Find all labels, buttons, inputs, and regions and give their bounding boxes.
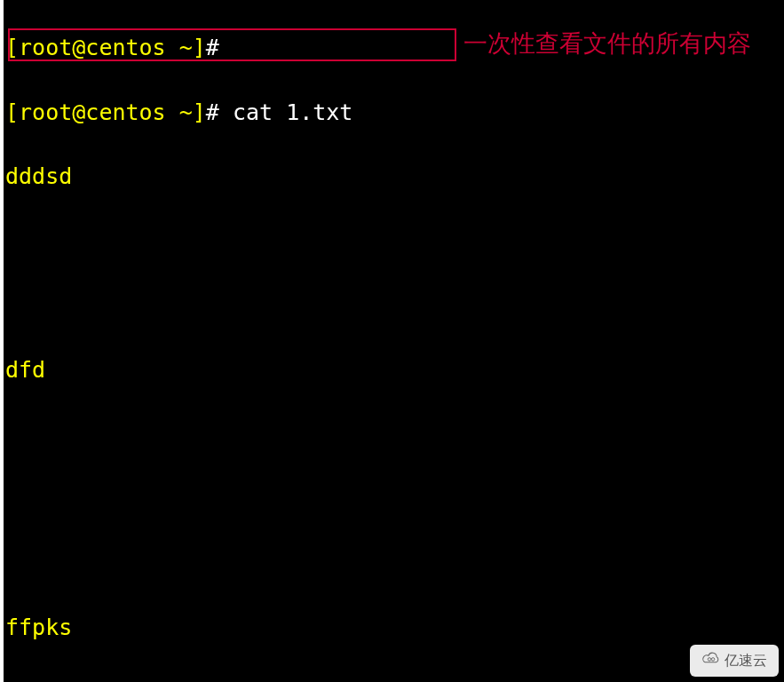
output-line <box>5 418 782 450</box>
output-line: dfd <box>5 354 782 386</box>
prompt-user: root <box>19 35 72 60</box>
svg-point-0 <box>708 658 710 661</box>
prompt-at: @ <box>72 35 85 60</box>
output-line: ffpks <box>5 612 782 644</box>
prompt-host: centos <box>85 99 165 125</box>
output-line <box>5 547 782 579</box>
command-cat: cat 1.txt <box>219 99 353 125</box>
prompt-space <box>166 99 179 125</box>
prompt-cwd: ~ <box>179 35 193 60</box>
cloud-icon <box>701 650 721 670</box>
prompt-hash: # <box>206 99 219 125</box>
watermark: 亿速云 <box>690 645 779 677</box>
output-line <box>5 289 782 321</box>
prompt-cwd: ~ <box>179 99 193 125</box>
output-line: dddsd <box>5 161 782 193</box>
prompt-close: ] <box>193 99 206 125</box>
annotation-text: 一次性查看文件的所有内容 <box>463 32 751 56</box>
svg-point-1 <box>711 658 714 661</box>
prompt-host: centos <box>85 35 165 60</box>
prompt-user: root <box>19 99 72 125</box>
prompt-space <box>166 35 179 60</box>
prompt-hash: # <box>206 35 219 60</box>
prompt-open: [ <box>5 35 19 60</box>
watermark-text: 亿速云 <box>725 650 767 670</box>
prompt-line: [root@centos ~]# cat 1.txt <box>5 97 782 129</box>
prompt-at: @ <box>72 99 85 125</box>
output-line <box>5 676 782 682</box>
output-line <box>5 226 782 258</box>
terminal-output[interactable]: [root@centos ~]# [root@centos ~]# cat 1.… <box>4 0 784 682</box>
prompt-open: [ <box>5 99 19 125</box>
output-line <box>5 483 782 515</box>
prompt-close: ] <box>193 35 206 60</box>
